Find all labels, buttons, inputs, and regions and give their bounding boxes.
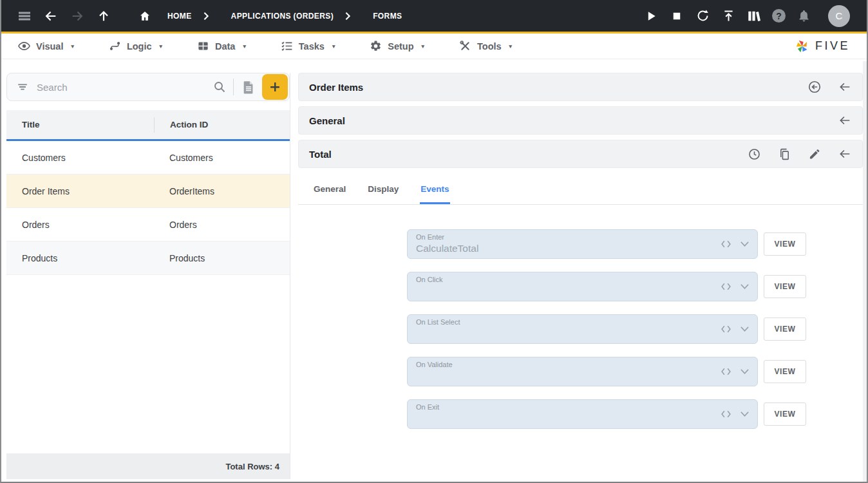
code-icon[interactable]: [721, 410, 731, 419]
menu-label: Visual: [36, 41, 63, 52]
navbar-left: HOME APPLICATIONS (ORDERS) FORMS: [17, 8, 402, 24]
menu-tools[interactable]: Tools▼: [459, 40, 513, 52]
tab-general[interactable]: General: [314, 173, 346, 204]
table-row[interactable]: Orders Orders: [6, 208, 290, 242]
on-enter-field[interactable]: On Enter CalculateTotal: [407, 229, 758, 259]
menu-label: Data: [215, 41, 235, 52]
code-icon[interactable]: [721, 325, 731, 334]
code-icon[interactable]: [721, 367, 731, 377]
search-icon[interactable]: [212, 80, 227, 94]
checklist-icon: [281, 40, 293, 52]
cell-action-id: Products: [154, 253, 290, 263]
five-wordmark: FIVE: [815, 39, 850, 53]
eye-icon: [18, 40, 30, 52]
menu-label: Tools: [477, 41, 502, 52]
restart-icon[interactable]: [695, 8, 710, 24]
report-icon[interactable]: [240, 79, 257, 95]
caret-down-icon: ▼: [158, 43, 164, 50]
hamburger-icon[interactable]: [17, 8, 32, 24]
collapse-arrow-icon[interactable]: [838, 80, 852, 94]
table-body: Customers Customers Order Items OrderIte…: [6, 141, 290, 275]
add-icon[interactable]: [262, 74, 288, 100]
breadcrumb-item[interactable]: APPLICATIONS (ORDERS): [231, 12, 334, 21]
menu-logic[interactable]: Logic▼: [109, 40, 164, 52]
chevron-down-icon[interactable]: [740, 368, 750, 375]
filter-icon[interactable]: [16, 80, 29, 93]
view-button[interactable]: VIEW: [764, 360, 806, 383]
back-icon[interactable]: [43, 8, 59, 24]
stop-icon[interactable]: [669, 8, 684, 24]
general-section-header[interactable]: General: [298, 106, 863, 135]
on-validate-field[interactable]: On Validate: [407, 357, 758, 386]
tools-icon: [459, 40, 471, 52]
menu-setup[interactable]: Setup▼: [370, 40, 426, 52]
code-icon[interactable]: [721, 282, 731, 292]
on-exit-field[interactable]: On Exit: [407, 399, 758, 429]
total-rows-footer: Total Rows: 4: [6, 453, 290, 479]
table-row[interactable]: Customers Customers: [6, 141, 290, 175]
cell-title: Orders: [6, 220, 154, 230]
chevron-down-icon[interactable]: [740, 283, 750, 290]
caret-down-icon: ▼: [241, 43, 247, 50]
tab-display[interactable]: Display: [368, 173, 399, 204]
caret-down-icon: ▼: [331, 43, 336, 50]
table-row[interactable]: Products Products: [6, 242, 290, 275]
total-section-header[interactable]: Total: [298, 140, 863, 168]
chevron-right-icon: [202, 8, 211, 24]
field-label: On Exit: [416, 403, 439, 411]
page-title: Order Items: [309, 82, 363, 93]
caret-down-icon: ▼: [70, 43, 75, 50]
navbar-right: ? C: [643, 5, 850, 27]
notifications-icon[interactable]: [796, 8, 811, 24]
chevron-down-icon[interactable]: [740, 241, 750, 248]
collapse-arrow-icon[interactable]: [838, 147, 852, 161]
collapse-arrow-icon[interactable]: [838, 113, 852, 128]
column-header-action-id[interactable]: Action ID: [154, 117, 290, 133]
tab-events[interactable]: Events: [420, 173, 449, 204]
cell-title: Customers: [6, 153, 154, 163]
five-pinwheel-icon: [794, 38, 811, 55]
field-value: CalculateTotal: [416, 243, 478, 254]
menu-visual[interactable]: Visual▼: [18, 40, 75, 52]
on-list-select-field[interactable]: On List Select: [407, 314, 758, 344]
table-icon: [197, 40, 209, 52]
cell-action-id: OrderItems: [154, 186, 290, 196]
view-button[interactable]: VIEW: [764, 317, 806, 341]
menu-label: Logic: [127, 41, 152, 52]
up-icon[interactable]: [96, 8, 111, 24]
chevron-down-icon[interactable]: [740, 411, 750, 418]
breadcrumb-item[interactable]: FORMS: [373, 12, 402, 21]
table-header: Title Action ID: [6, 110, 290, 141]
cell-action-id: Customers: [154, 153, 290, 163]
library-icon[interactable]: [746, 8, 762, 24]
view-button[interactable]: VIEW: [764, 402, 806, 426]
run-icon[interactable]: [643, 8, 659, 24]
table-row-selected[interactable]: Order Items OrderItems: [6, 175, 290, 208]
gear-icon: [370, 40, 382, 52]
forward-icon[interactable]: [70, 8, 85, 24]
search-input[interactable]: [37, 82, 212, 93]
field-row-on-validate: On Validate VIEW: [407, 357, 863, 386]
field-label: On Enter: [416, 233, 444, 241]
chevron-down-icon[interactable]: [740, 326, 750, 333]
back-circle-icon[interactable]: [807, 80, 822, 94]
edit-icon[interactable]: [807, 147, 822, 161]
scrollbar[interactable]: [863, 61, 867, 482]
breadcrumb-home[interactable]: HOME: [139, 10, 192, 22]
events-form: On Enter CalculateTotal VIEW On Click: [298, 205, 863, 429]
code-icon[interactable]: [721, 240, 731, 249]
order-items-header: Order Items: [298, 73, 863, 101]
help-icon[interactable]: ?: [772, 9, 786, 23]
view-button[interactable]: VIEW: [764, 275, 806, 298]
menu-data[interactable]: Data▼: [197, 40, 247, 52]
on-click-field[interactable]: On Click: [407, 272, 758, 301]
avatar[interactable]: C: [828, 5, 850, 27]
copy-icon[interactable]: [777, 147, 791, 161]
field-row-on-exit: On Exit VIEW: [407, 399, 863, 429]
history-icon[interactable]: [747, 147, 761, 161]
publish-icon[interactable]: [721, 8, 736, 24]
menu-tasks[interactable]: Tasks▼: [281, 40, 336, 52]
column-header-title[interactable]: Title: [6, 120, 154, 129]
field-row-on-list-select: On List Select VIEW: [407, 314, 863, 344]
view-button[interactable]: VIEW: [764, 232, 806, 256]
